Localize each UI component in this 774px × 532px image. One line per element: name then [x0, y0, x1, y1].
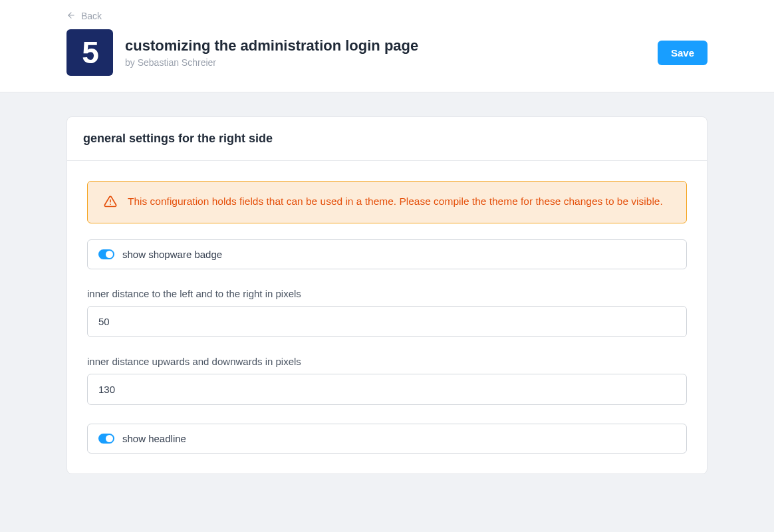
back-label: Back: [81, 11, 102, 21]
page-subtitle: by Sebastian Schreier: [125, 57, 418, 68]
app-icon-letter: 5: [82, 35, 98, 70]
page-title: customizing the administration login pag…: [125, 37, 418, 55]
save-button[interactable]: Save: [658, 41, 708, 65]
card-body: This configuration holds fields that can…: [67, 161, 707, 473]
back-link[interactable]: Back: [66, 11, 102, 21]
inner-distance-horizontal-input[interactable]: [87, 306, 687, 337]
show-shopware-badge-toggle[interactable]: [98, 249, 114, 259]
app-icon: 5: [66, 29, 113, 76]
show-shopware-badge-field: show shopware badge: [87, 239, 687, 269]
card-header: general settings for the right side: [67, 117, 707, 161]
show-headline-toggle[interactable]: [98, 434, 114, 444]
alert-text: This configuration holds fields that can…: [128, 194, 663, 211]
header-main: 5 customizing the administration login p…: [66, 29, 708, 76]
inner-distance-vertical-field: inner distance upwards and downwards in …: [87, 356, 687, 405]
inner-distance-horizontal-field: inner distance to the left and to the ri…: [87, 288, 687, 337]
arrow-left-icon: [66, 11, 76, 21]
inner-distance-vertical-label: inner distance upwards and downwards in …: [87, 356, 687, 367]
inner-distance-vertical-input[interactable]: [87, 374, 687, 405]
title-block: customizing the administration login pag…: [125, 37, 418, 68]
theme-compile-alert: This configuration holds fields that can…: [87, 181, 687, 223]
card-title: general settings for the right side: [83, 132, 691, 146]
show-shopware-badge-label: show shopware badge: [122, 249, 222, 260]
show-headline-field: show headline: [87, 424, 687, 454]
page-header: Back 5 customizing the administration lo…: [0, 0, 774, 92]
show-headline-label: show headline: [122, 433, 186, 444]
inner-distance-horizontal-label: inner distance to the left and to the ri…: [87, 288, 687, 299]
content-area: general settings for the right side This…: [0, 92, 774, 498]
header-left: 5 customizing the administration login p…: [66, 29, 418, 76]
settings-card: general settings for the right side This…: [66, 116, 708, 474]
warning-icon: [104, 195, 117, 211]
